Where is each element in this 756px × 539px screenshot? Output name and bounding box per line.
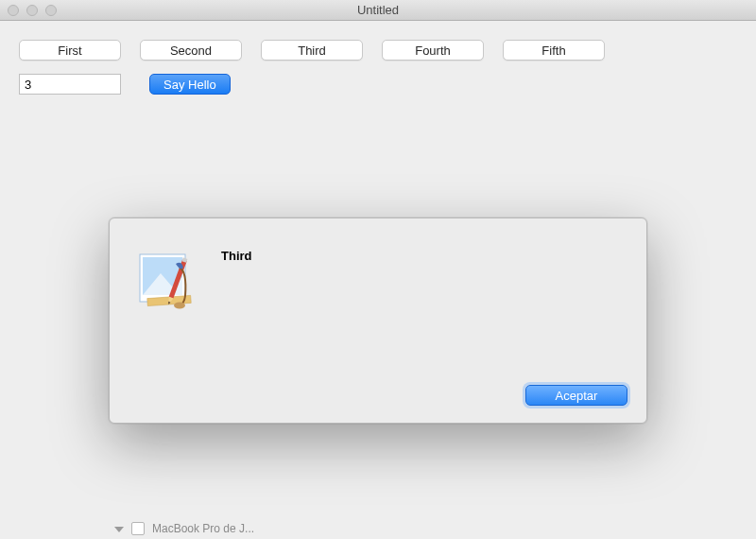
app-icon [134, 251, 202, 319]
window-title: Untitled [0, 3, 756, 17]
alert-content: Third [110, 218, 646, 385]
zoom-window-icon[interactable] [45, 5, 57, 16]
alert-message: Third [221, 249, 252, 375]
accept-button[interactable]: Aceptar [525, 385, 627, 406]
svg-point-8 [174, 303, 185, 309]
minimize-window-icon[interactable] [26, 5, 38, 16]
window-titlebar: Untitled [0, 0, 756, 21]
modal-overlay: Third Aceptar [0, 21, 756, 539]
alert-sheet: Third Aceptar [109, 217, 647, 424]
alert-footer: Aceptar [110, 385, 646, 423]
traffic-lights [8, 5, 57, 16]
close-window-icon[interactable] [8, 5, 19, 16]
